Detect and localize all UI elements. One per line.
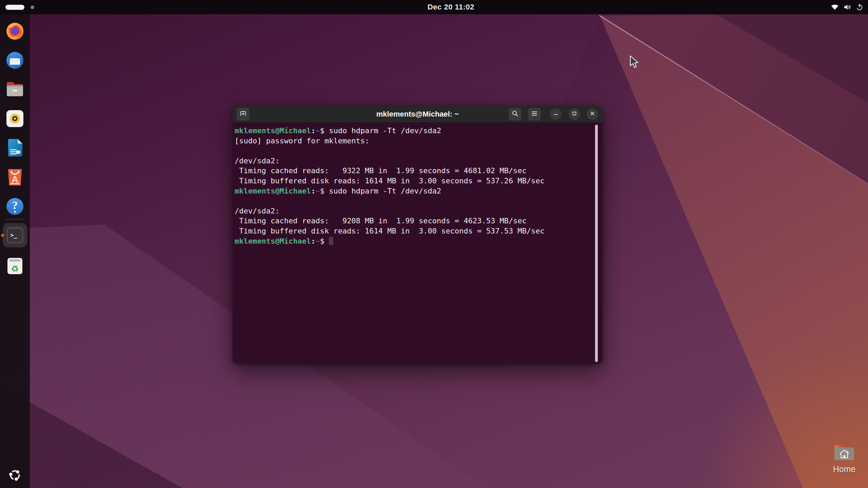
terminal-scrollbar[interactable]: [595, 125, 598, 362]
terminal-icon: >_: [6, 226, 24, 244]
terminal-line: Timing buffered disk reads: 1614 MB in 3…: [235, 226, 596, 236]
search-button[interactable]: [509, 108, 521, 121]
workspace-indicator-pill[interactable]: [5, 5, 24, 10]
maximize-button[interactable]: [569, 108, 580, 120]
search-icon: [512, 110, 518, 118]
terminal-cursor: [329, 237, 333, 245]
new-tab-icon: [239, 110, 247, 119]
minimize-button[interactable]: [550, 108, 561, 120]
svg-text:>_: >_: [10, 232, 17, 239]
show-apps-ubuntu-icon: [7, 467, 23, 483]
terminal-line: Timing buffered disk reads: 1614 MB in 3…: [235, 176, 596, 186]
power-icon[interactable]: [856, 3, 863, 11]
dock-item-files[interactable]: [3, 77, 27, 101]
running-indicator-dot: [1, 234, 4, 237]
rhythmbox-icon: [6, 109, 24, 128]
trash-icon: ♻: [6, 257, 24, 276]
terminal-line: /dev/sda2:: [235, 156, 596, 166]
terminal-line: [235, 196, 596, 206]
svg-text:A: A: [12, 174, 18, 185]
terminal-line: Timing cached reads: 9322 MB in 1.99 sec…: [235, 166, 596, 176]
home-desktop-icon[interactable]: Home: [829, 443, 859, 474]
libreoffice-icon: [6, 138, 24, 157]
dock-item-trash[interactable]: ♻: [3, 254, 27, 278]
dock: A?>_♻: [0, 14, 30, 488]
top-bar: Dec 20 11:02: [0, 0, 868, 14]
mouse-cursor: [630, 55, 641, 70]
close-icon: [590, 111, 595, 118]
close-button[interactable]: [587, 108, 598, 120]
workspace-indicator-dot[interactable]: [31, 5, 34, 9]
svg-text:♻: ♻: [11, 264, 19, 274]
maximize-icon: [572, 111, 577, 118]
terminal-line: mklements@Michael:~$: [235, 236, 596, 246]
volume-icon[interactable]: [843, 3, 851, 11]
terminal-line: mklements@Michael:~$ sudo hdparm -Tt /de…: [235, 126, 596, 136]
wifi-icon[interactable]: [831, 3, 839, 11]
files-icon: [5, 81, 24, 98]
terminal-line: [235, 146, 596, 156]
firefox-icon: [5, 22, 24, 41]
dock-item-help[interactable]: ?: [3, 194, 27, 219]
show-apps-button[interactable]: [3, 463, 27, 487]
terminal-line: Timing cached reads: 9208 MB in 1.99 sec…: [235, 216, 596, 226]
clock-menu[interactable]: Dec 20 11:02: [428, 0, 474, 14]
terminal-titlebar[interactable]: mklements@Michael: ~: [233, 106, 603, 123]
thunderbird-icon: [5, 51, 24, 70]
menu-button[interactable]: [528, 108, 541, 121]
terminal-content[interactable]: mklements@Michael:~$ sudo hdparm -Tt /de…: [233, 123, 603, 364]
dock-item-firefox[interactable]: [3, 19, 27, 43]
minimize-icon: [553, 111, 558, 118]
app-center-icon: A: [6, 168, 24, 187]
dock-separator: [5, 219, 25, 220]
terminal-line: mklements@Michael:~$ sudo hdparm -Tt /de…: [235, 186, 596, 196]
new-tab-button[interactable]: [237, 108, 250, 121]
system-status-menu[interactable]: [831, 0, 863, 14]
menu-icon: [531, 110, 538, 118]
home-folder-icon: [833, 457, 855, 463]
dock-item-thunderbird[interactable]: [3, 48, 27, 73]
dock-item-terminal[interactable]: >_: [3, 223, 27, 247]
dock-item-app-center[interactable]: A: [3, 165, 27, 189]
home-icon-label: Home: [829, 464, 859, 474]
terminal-line: [sudo] password for mklements:: [235, 136, 596, 146]
dock-item-rhythmbox[interactable]: [3, 106, 27, 131]
window-title: mklements@Michael: ~: [376, 106, 459, 123]
help-icon: ?: [5, 197, 24, 216]
svg-text:?: ?: [12, 199, 18, 211]
terminal-window: mklements@Michael: ~ mklements@Michael:~…: [233, 106, 603, 364]
dock-item-libreoffice[interactable]: [3, 136, 27, 160]
terminal-line: /dev/sda2:: [235, 206, 596, 216]
